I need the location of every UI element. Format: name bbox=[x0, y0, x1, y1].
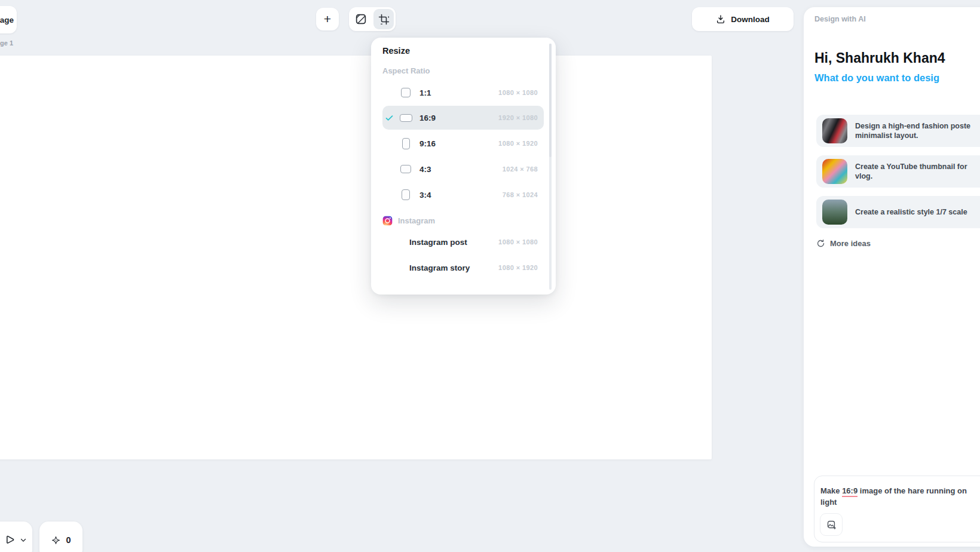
dropdown-scrollbar-thumb[interactable] bbox=[549, 44, 552, 157]
suggestion-card-youtube-thumbnail[interactable]: Create a YouTube thumbnail for vlog. bbox=[816, 155, 980, 188]
ratio-dimensions: 1080 × 1080 bbox=[498, 89, 538, 96]
ratio-dimensions: 1080 × 1920 bbox=[498, 140, 538, 147]
image-plus-icon bbox=[826, 520, 837, 530]
ratio-option-4-3[interactable]: 4:3 1024 × 768 bbox=[382, 157, 544, 181]
add-element-button[interactable]: + bbox=[316, 8, 339, 30]
ratio-dimensions: 1080 × 1920 bbox=[498, 264, 538, 271]
ai-prompt-input[interactable]: Make 16:9 image of the hare running onli… bbox=[814, 476, 980, 542]
resize-dropdown: Resize Aspect Ratio 1:1 1080 × 1080 16:9… bbox=[371, 38, 556, 295]
aspect-ratio-section-label: Aspect Ratio bbox=[382, 66, 430, 75]
refresh-icon bbox=[816, 239, 825, 248]
instagram-icon bbox=[382, 216, 393, 226]
resize-title: Resize bbox=[382, 46, 410, 56]
suggestion-line1: Design a high-end fashion poste bbox=[855, 121, 970, 131]
suggestion-line1: Create a YouTube thumbnail for bbox=[855, 162, 967, 171]
resize-crop-toggle[interactable] bbox=[373, 9, 394, 29]
instagram-story-option[interactable]: Instagram story 1080 × 1920 bbox=[382, 257, 544, 278]
instagram-section-label: Instagram bbox=[398, 216, 435, 225]
ratio-option-9-16[interactable]: 9:16 1080 × 1920 bbox=[382, 131, 544, 155]
ratio-dimensions: 1920 × 1080 bbox=[498, 114, 538, 121]
design-with-ai-panel: Design with AI Hi, Shahrukh Khan4 What d… bbox=[804, 7, 980, 547]
canvas-page[interactable] bbox=[0, 56, 712, 459]
page-indicator: ge 1 bbox=[0, 39, 13, 47]
ai-greeting: Hi, Shahrukh Khan4 bbox=[814, 50, 980, 66]
cursor-mode-selector[interactable] bbox=[0, 522, 32, 552]
ratio-option-16-9[interactable]: 16:9 1920 × 1080 bbox=[382, 106, 544, 130]
suggestion-line2: vlog. bbox=[855, 171, 967, 181]
add-page-label: age bbox=[0, 16, 14, 24]
background-fill-icon[interactable] bbox=[354, 13, 368, 26]
credits-count: 0 bbox=[66, 535, 71, 545]
suggestion-card-fashion-poster[interactable]: Design a high-end fashion poste minimali… bbox=[816, 115, 980, 147]
sparkle-icon bbox=[51, 535, 61, 545]
suggestion-thumbnail bbox=[822, 200, 847, 225]
more-ideas-label: More ideas bbox=[830, 239, 871, 248]
suggestion-card-scale-figure[interactable]: Create a realistic style 1/7 scale bbox=[816, 196, 980, 228]
ratio-shape-tall-icon bbox=[397, 138, 415, 149]
instagram-post-option[interactable]: Instagram post 1080 × 1080 bbox=[382, 231, 544, 253]
download-label: Download bbox=[731, 15, 770, 24]
misspelled-token: 16:9 bbox=[842, 486, 858, 497]
ratio-option-3-4[interactable]: 3:4 768 × 1024 bbox=[382, 183, 544, 207]
prompt-text[interactable]: Make 16:9 image of the hare running onli… bbox=[820, 486, 980, 508]
instagram-section-header: Instagram bbox=[382, 213, 435, 228]
add-page-button[interactable]: age bbox=[0, 6, 17, 33]
more-ideas-button[interactable]: More ideas bbox=[816, 237, 871, 249]
cursor-pointer-icon bbox=[4, 534, 16, 546]
download-button[interactable]: Download bbox=[692, 7, 794, 31]
crop-icon bbox=[378, 14, 390, 25]
attach-image-button[interactable] bbox=[820, 513, 843, 536]
ratio-shape-square-icon bbox=[397, 88, 415, 97]
ratio-dimensions: 768 × 1024 bbox=[503, 191, 538, 198]
ratio-dimensions: 1080 × 1080 bbox=[498, 238, 538, 246]
suggestion-thumbnail bbox=[822, 159, 847, 184]
suggestion-line2: minimalist layout. bbox=[855, 131, 970, 140]
credits-badge[interactable]: 0 bbox=[39, 522, 82, 552]
ai-subtitle: What do you want to desig bbox=[814, 72, 980, 84]
ratio-shape-wide-icon bbox=[397, 114, 415, 122]
ratio-dimensions: 1024 × 768 bbox=[503, 165, 538, 173]
download-icon bbox=[716, 14, 725, 24]
plus-icon: + bbox=[324, 12, 331, 26]
ratio-option-1-1[interactable]: 1:1 1080 × 1080 bbox=[382, 81, 544, 105]
suggestion-thumbnail bbox=[822, 118, 847, 143]
ratio-shape-landscape-icon bbox=[397, 165, 415, 173]
ratio-shape-portrait-icon bbox=[397, 189, 415, 200]
chevron-down-icon bbox=[20, 536, 27, 544]
check-icon bbox=[385, 114, 397, 122]
suggestion-line1: Create a realistic style 1/7 scale bbox=[855, 207, 967, 217]
ai-panel-title: Design with AI bbox=[814, 15, 866, 23]
canvas-tools-group bbox=[349, 7, 396, 31]
